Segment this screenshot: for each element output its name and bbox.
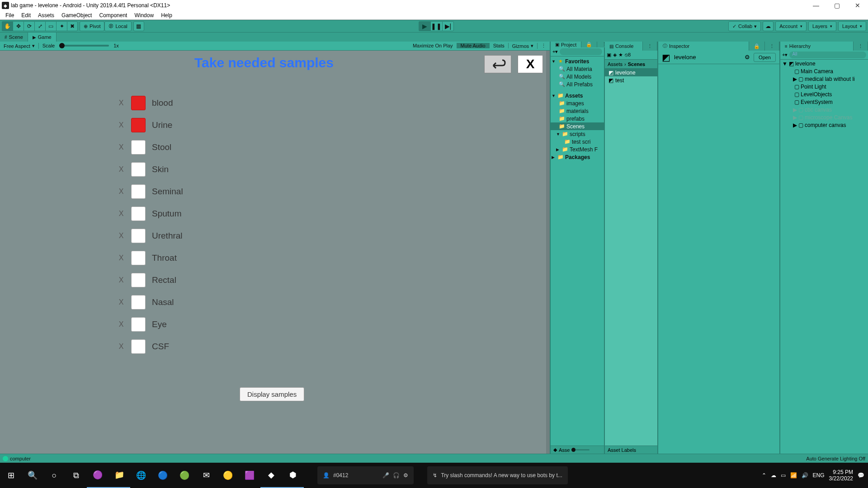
sample-x-icon[interactable]: X: [118, 254, 125, 262]
sample-checkbox[interactable]: [131, 317, 146, 332]
all-materials-filter[interactable]: 🔍All Materia: [551, 65, 604, 73]
layout-dropdown[interactable]: Layout: [838, 21, 866, 31]
project-zoom-slider[interactable]: [571, 449, 590, 450]
cortana-button[interactable]: ○: [43, 463, 65, 488]
sample-checkbox[interactable]: [131, 140, 146, 155]
tray-notifications-icon[interactable]: 💬: [858, 472, 864, 479]
menu-help[interactable]: Help: [157, 11, 176, 19]
taskbar-edge[interactable]: 🔵: [152, 463, 174, 488]
sample-x-icon[interactable]: X: [118, 143, 125, 151]
sample-x-icon[interactable]: X: [118, 165, 125, 174]
pivot-toggle[interactable]: ⊕Pivot: [80, 21, 104, 31]
sample-x-icon[interactable]: X: [118, 188, 125, 196]
cloud-button[interactable]: ☁: [763, 21, 774, 31]
filter-star-icon[interactable]: ★: [618, 52, 623, 58]
inspector-settings-icon[interactable]: ⚙: [745, 54, 750, 61]
create-button[interactable]: +▾: [552, 49, 558, 55]
local-toggle[interactable]: ⦿Local: [104, 21, 131, 31]
tab-inspector[interactable]: ⓘInspector: [658, 42, 749, 51]
custom-tool[interactable]: ✖: [67, 21, 78, 31]
packages-folder[interactable]: ▶📁Packages: [551, 153, 604, 161]
all-models-filter[interactable]: 🔍All Models: [551, 73, 604, 80]
menu-gameobject[interactable]: GameObject: [58, 11, 95, 19]
asset-item-levelone[interactable]: ◩levelone: [605, 69, 657, 76]
start-button[interactable]: ⊞: [0, 463, 22, 488]
inspector-open-button[interactable]: Open: [754, 53, 776, 62]
taskbar-vs[interactable]: ⬢: [282, 463, 304, 488]
taskbar-unity[interactable]: ◆: [260, 463, 282, 488]
menu-window[interactable]: Window: [131, 11, 157, 19]
tray-battery-icon[interactable]: ▭: [781, 472, 786, 479]
sample-x-icon[interactable]: X: [118, 320, 125, 328]
tab-game[interactable]: ▶Game: [28, 33, 57, 42]
scripts-folder[interactable]: ▼📁scripts: [551, 130, 604, 138]
close-window-button[interactable]: ✕: [847, 0, 868, 11]
sample-checkbox[interactable]: [131, 251, 146, 265]
gizmos-dropdown[interactable]: Gizmos▾: [509, 43, 538, 49]
assets-folder[interactable]: ▼📁Assets: [551, 92, 604, 99]
game-close-button[interactable]: X: [518, 55, 543, 73]
sample-checkbox[interactable]: [131, 273, 146, 287]
hierarchy-item[interactable]: ▢EventSystem: [780, 98, 868, 106]
task-view-button[interactable]: ⧉: [65, 463, 87, 488]
sample-x-icon[interactable]: X: [118, 121, 125, 129]
rotate-tool[interactable]: ⟳: [24, 21, 34, 31]
sample-x-icon[interactable]: X: [118, 298, 125, 306]
filter-type-icon[interactable]: ▣: [607, 52, 611, 58]
filter-label-icon[interactable]: ◈: [613, 52, 617, 58]
mic-icon[interactable]: 🎤: [382, 472, 389, 479]
sample-checkbox[interactable]: [131, 295, 146, 310]
hierarchy-create-button[interactable]: +▾: [782, 52, 788, 58]
sample-x-icon[interactable]: X: [118, 343, 125, 351]
menu-file[interactable]: File: [2, 11, 18, 19]
hierarchy-item[interactable]: ▶▢computer canvas: [780, 121, 868, 129]
prefabs-folder[interactable]: 📁prefabs: [551, 115, 604, 122]
tab-console[interactable]: ▤Console: [605, 42, 643, 51]
favorites-header[interactable]: ▼★Favorites: [551, 57, 604, 65]
crumb-assets[interactable]: Assets: [608, 61, 623, 67]
materials-folder[interactable]: 📁materials: [551, 107, 604, 115]
tray-wifi-icon[interactable]: 📶: [790, 472, 797, 479]
inspector-lock-icon[interactable]: 🔒: [749, 42, 765, 51]
asset-item-test[interactable]: ◩test: [605, 76, 657, 84]
menu-component[interactable]: Component: [95, 11, 131, 19]
discord-overlay[interactable]: 👤 #0412 🎤 🎧 ⚙: [317, 466, 414, 484]
all-prefabs-filter[interactable]: 🔍All Prefabs: [551, 80, 604, 88]
sample-checkbox[interactable]: [131, 184, 146, 199]
taskbar-twitch[interactable]: 🟪: [239, 463, 260, 488]
aspect-dropdown[interactable]: Free Aspect▾: [0, 43, 39, 49]
pause-button[interactable]: ❚❚: [430, 21, 442, 31]
taskbar-app-2[interactable]: 🟢: [174, 463, 195, 488]
hierarchy-item[interactable]: ▶▢medical lab without li: [780, 75, 868, 83]
minimize-button[interactable]: —: [806, 0, 826, 11]
sample-x-icon[interactable]: X: [118, 276, 125, 284]
transform-tool[interactable]: ✦: [56, 21, 67, 31]
tray-clock[interactable]: 9:25 PM 3/22/2022: [829, 469, 853, 482]
textmesh-folder[interactable]: ▶📁TextMesh F: [551, 145, 604, 153]
tray-language[interactable]: ENG: [813, 472, 825, 479]
hierarchy-item[interactable]: ▢Main Camera: [780, 67, 868, 75]
hierarchy-search[interactable]: All: [789, 52, 866, 58]
sample-checkbox[interactable]: [131, 206, 146, 221]
hierarchy-options-menu[interactable]: ⋮: [854, 42, 868, 51]
layers-dropdown[interactable]: Layers: [808, 21, 836, 31]
taskbar-explorer[interactable]: 📁: [108, 463, 130, 488]
tab-project[interactable]: ▣Project: [551, 42, 581, 47]
hierarchy-scene-root[interactable]: ▼◩levelone: [780, 60, 868, 67]
step-button[interactable]: ▶|: [442, 21, 454, 31]
account-dropdown[interactable]: Account: [775, 21, 807, 31]
move-tool[interactable]: ✥: [13, 21, 24, 31]
collab-button[interactable]: ✓Collab▾: [728, 21, 761, 31]
scale-tool[interactable]: ⤢: [34, 21, 45, 31]
crumb-scenes[interactable]: Scenes: [628, 61, 646, 67]
tray-onedrive-icon[interactable]: ☁: [771, 472, 776, 479]
hierarchy-item[interactable]: ▶▢cbc canvas: [780, 106, 868, 113]
hand-tool[interactable]: ✋: [2, 21, 13, 31]
inspector-options-menu[interactable]: ⋮: [765, 42, 779, 51]
hierarchy-item[interactable]: ▶▢microscope Canvas: [780, 113, 868, 121]
sample-checkbox[interactable]: [131, 118, 146, 132]
scale-slider[interactable]: [59, 45, 109, 47]
search-button[interactable]: 🔍: [22, 463, 43, 488]
taskbar-mail[interactable]: ✉: [195, 463, 217, 488]
sample-x-icon[interactable]: X: [118, 210, 125, 218]
